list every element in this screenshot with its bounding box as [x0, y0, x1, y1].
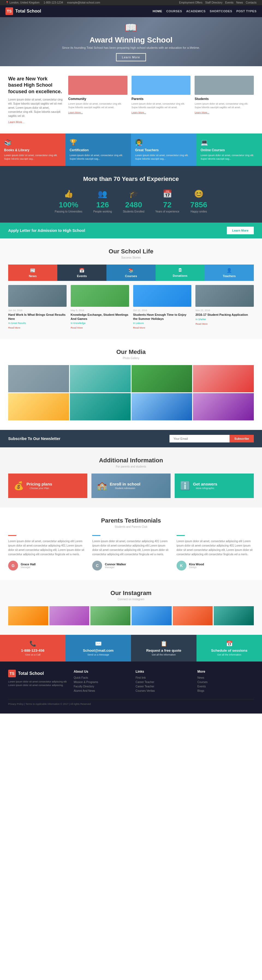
events-tab-icon: 📅 — [79, 268, 85, 273]
nav-academics[interactable]: ACADEMICS — [186, 10, 206, 13]
news-card-2-date: May 5, 2016 — [71, 309, 129, 312]
footer-more-news[interactable]: News — [197, 676, 254, 679]
intro-heading: We are New York based High School focuse… — [8, 76, 63, 95]
footer-more-blogs[interactable]: Blogs — [197, 689, 254, 692]
students-link[interactable]: Learn More... — [195, 111, 209, 114]
staff-link[interactable]: Staff Directory — [205, 1, 222, 4]
media-img-6[interactable] — [70, 393, 131, 420]
parents-link[interactable]: Learn More... — [131, 111, 146, 114]
quote-title: Request a free quote — [135, 648, 192, 652]
answers-card[interactable]: ℹ️ Get answers More Infographic — [175, 474, 254, 498]
footer-more-events[interactable]: Events — [197, 685, 254, 688]
community-link[interactable]: Learn More... — [68, 111, 83, 114]
insta-img-4[interactable] — [131, 606, 172, 625]
testimonial-1-text: Lorem ipsum dolor sit amet, consectetur … — [8, 539, 85, 557]
tab-donations[interactable]: 🗓 Donations — [155, 264, 205, 281]
nav-post-types[interactable]: POST TYPES — [236, 10, 257, 13]
footer-alumni[interactable]: Alumni And News — [74, 689, 130, 692]
media-img-7[interactable] — [131, 393, 192, 420]
tab-teachers[interactable]: 👤 Teachers — [205, 264, 254, 281]
pricing-card[interactable]: 💰 Pricing plans Choose your Plan — [8, 474, 87, 498]
news-card-1-date: Jun 14, 2016 — [8, 309, 67, 312]
insta-img-1[interactable] — [8, 606, 48, 625]
author-1-avatar: G — [8, 561, 18, 571]
testimonial-3-line — [177, 535, 185, 536]
footer-link-4[interactable]: Courses Veritas — [136, 689, 192, 692]
subscribe-button[interactable]: Subscribe — [230, 435, 254, 442]
news-card-3-link[interactable]: Read More — [133, 326, 145, 329]
site-logo[interactable]: TS Total School — [5, 7, 41, 15]
newsletter-email-input[interactable] — [169, 435, 230, 442]
tab-courses[interactable]: 📚 Courses — [107, 264, 155, 281]
news-link[interactable]: News — [236, 1, 243, 4]
footer-faculty[interactable]: Faculty Directory — [74, 685, 130, 688]
smiles-number: 7856 — [190, 200, 207, 209]
life-tabs: 📰 News 📅 Events 📚 Courses 🗓 Donations 👤 … — [8, 264, 254, 281]
media-img-8[interactable] — [193, 393, 254, 420]
news-card-3-category: In Leisure — [133, 322, 192, 325]
nav-home[interactable]: HOME — [153, 10, 162, 13]
contact-phone[interactable]: 📞 1-888-123-456 Give us a Call — [0, 635, 66, 662]
contacts-link[interactable]: Contacts — [246, 1, 257, 4]
phone-top[interactable]: 1-800-123-1234 — [44, 1, 63, 4]
footer-mission[interactable]: Mission & Programs — [74, 681, 130, 684]
testimonials-subtitle: Students and Parents Club — [8, 525, 254, 528]
testimonial-cards: Lorem ipsum dolor sit amet, consectetur … — [8, 535, 254, 571]
testimonials-title: Parents Testimonials — [8, 517, 254, 524]
media-img-3[interactable] — [131, 365, 192, 392]
employment-link[interactable]: Employment Offers — [179, 1, 202, 4]
media-img-2[interactable] — [70, 365, 131, 392]
author-2-avatar: C — [92, 561, 102, 571]
enroll-content: 🏫 Enroll in school Student Admission — [91, 474, 171, 497]
nav-shortcodes[interactable]: SHORTCODES — [209, 10, 232, 13]
site-footer: TS Total School Lorem ipsum dolor sit am… — [0, 662, 262, 714]
instagram-grid — [8, 606, 254, 625]
students-text: Lorem ipsum dolor sit amet, consectetur … — [195, 102, 254, 109]
footer-logo-icon: TS — [8, 670, 16, 677]
news-card-1-link[interactable]: Read More — [8, 326, 21, 329]
teachers-tab-label: Teachers — [223, 274, 236, 278]
news-card-3-date: Oct 12, 2016 — [133, 309, 192, 312]
apply-button[interactable]: Learn More — [227, 227, 254, 234]
nav-courses[interactable]: COURSES — [166, 10, 182, 13]
footer-more-courses[interactable]: Courses — [197, 681, 254, 684]
insta-img-2[interactable] — [50, 606, 89, 625]
news-card-2-link[interactable]: Read More — [71, 326, 83, 329]
media-img-4[interactable] — [193, 365, 254, 392]
footer-link-2[interactable]: Career Teacher — [136, 681, 192, 684]
email-address: School@mail.com — [70, 648, 127, 652]
donations-tab-label: Donations — [173, 274, 187, 277]
footer-link-3[interactable]: Career Teacher — [136, 685, 192, 688]
stat-passing: 👍 100% Passing to Universities — [55, 189, 82, 213]
footer-logo[interactable]: TS Total School — [8, 670, 68, 677]
footer-logo-section: TS Total School Lorem ipsum dolor sit am… — [8, 670, 68, 694]
intro-text: Lorem ipsum dolor sit amet, consectetur … — [8, 97, 63, 118]
intro-learn-more[interactable]: Learn More... — [8, 121, 24, 124]
footer-quick-facts[interactable]: Quick Facts — [74, 676, 130, 679]
contact-schedule[interactable]: 📅 Schedule of sessions Get all the infor… — [196, 635, 262, 662]
library-text: Lorem ipsum dolor sit amet, consectetur … — [4, 154, 61, 161]
media-img-5[interactable] — [8, 393, 69, 420]
enroll-card[interactable]: 🏫 Enroll in school Student Admission — [91, 474, 171, 498]
apply-text: Apply Letter for Admission to High Schoo… — [8, 228, 85, 233]
tab-news[interactable]: 📰 News — [8, 264, 57, 281]
news-card-4-link[interactable]: Read More — [195, 323, 208, 325]
contact-email[interactable]: ✉️ School@mail.com Send us a Message — [66, 635, 131, 662]
insta-img-3[interactable] — [90, 606, 131, 625]
tab-events[interactable]: 📅 Events — [57, 264, 107, 281]
online-title: Online Courses — [201, 148, 258, 152]
events-link[interactable]: Events — [225, 1, 233, 4]
footer-link-1[interactable]: First link — [136, 676, 192, 679]
media-img-1[interactable] — [8, 365, 69, 392]
email-top[interactable]: example@total-school.com — [67, 1, 100, 4]
news-card-4: Nov 22, 2016 2016-17 Student Packing App… — [195, 285, 254, 329]
pricing-icon: 💰 — [14, 481, 24, 490]
insta-img-6[interactable] — [214, 606, 254, 625]
contact-quote[interactable]: 📋 Request a free quote Get all the infor… — [131, 635, 196, 662]
experience-title: More than 70 Years of Experience — [8, 175, 254, 183]
passing-icon: 👍 — [55, 189, 82, 198]
hero-learn-more-button[interactable]: Learn More — [116, 53, 146, 61]
certification-icon: 🏆 — [70, 139, 127, 146]
insta-img-5[interactable] — [173, 606, 213, 625]
answers-icon: ℹ️ — [180, 481, 190, 490]
